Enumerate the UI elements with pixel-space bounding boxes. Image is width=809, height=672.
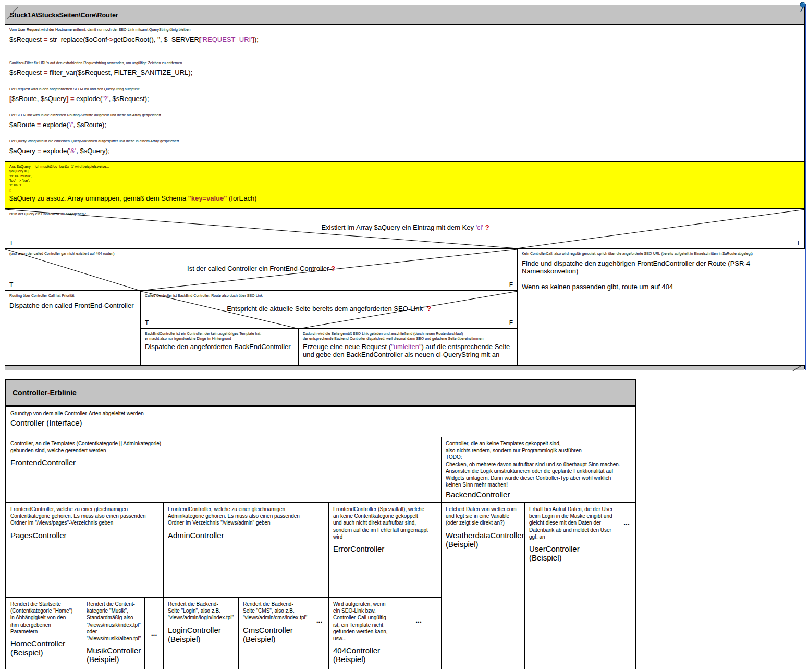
erblinie-diagram[interactable]: Controller-Erblinie Grundtyp von dem all… (5, 379, 636, 669)
cell-comment: Rendert die Backend- Seite "CMS", also z… (243, 601, 305, 621)
router-structogram[interactable]: Stuck1A\StucksSeiten\Core\Router Vom Use… (5, 5, 805, 369)
cell-comment: Erhält bei Aufruf Daten, die der User be… (529, 506, 614, 540)
step-comment: Der Request wird in den angeforderten SE… (9, 86, 800, 91)
cell-cms-controller[interactable]: Rendert die Backend- Seite "CMS", also z… (238, 597, 310, 669)
cell-user-controller[interactable]: Erhält bei Aufruf Daten, die der User be… (524, 502, 618, 669)
router-title-bar[interactable]: Stuck1A\StucksSeiten\Core\Router (5, 5, 804, 25)
step-code: $aQuery = explode('&', $sQuery); (9, 147, 800, 155)
cell-error-controller[interactable]: FrontendController (Spezialfall), welche… (328, 502, 442, 598)
condition-text: Entspricht die aktuelle Seite bereits de… (141, 305, 517, 313)
cell-comment: FrontendController, welche zu einer glei… (168, 506, 324, 527)
step-sanitize[interactable]: Sanitizer-Filter für URL's auf den extra… (5, 58, 804, 84)
cell-name: ErrorController (333, 544, 437, 553)
cell-name: PagesController (10, 531, 159, 540)
erblinie-title-bar[interactable]: Controller-Erblinie (6, 380, 635, 406)
cell-comment: Rendert die Startseite (Contentkategorie… (10, 601, 78, 635)
cell-comment: Controller, an die Templates (Contentkat… (10, 440, 437, 454)
cell-comment: Fetched Daten von wetter.com und legt si… (446, 506, 520, 527)
branch-area: (und wenn der called Controller gar nich… (5, 248, 805, 365)
cell-comment: Kein ControllerCall, also wird regulär g… (522, 251, 801, 256)
cell-name: MusikController (Beispiel) (87, 646, 140, 664)
step-code: $sRequest = str_replace($oConf->getDocRo… (9, 35, 800, 43)
cell-redirect-new-request[interactable]: Dadurch wird die Seite gemäß SEO-Link ge… (298, 329, 517, 365)
cell-comment: Wird aufgerufen, wenn ein SEO-Link bzw. … (333, 601, 391, 642)
step-code: [$sRoute, $sQuery] = explode('?', $sRequ… (9, 95, 800, 103)
corner-fold-mark (792, 366, 802, 371)
router-footer-bar (5, 365, 804, 370)
cell-name: FrontendController (10, 458, 437, 467)
false-branch-label: F (798, 240, 801, 247)
condition-comment: (und wenn der called Controller gar nich… (9, 251, 115, 256)
step-code: $sRequest = filter_var($sRequest, FILTER… (9, 69, 800, 77)
cell-home-controller[interactable]: Rendert die Startseite (Contentkategorie… (6, 597, 82, 669)
step-split-request[interactable]: Der Request wird in den angeforderten SE… (5, 84, 804, 110)
condition-comment: Called Controller ist BackEnd-Controller… (145, 293, 263, 298)
step-comment: Aus $aQuery = 'cl=musik&foo=bar&x=1' wir… (9, 164, 800, 193)
cell-name: WeatherdataController (Beispiel) (446, 531, 520, 549)
cell-frontend-controller[interactable]: Controller, an die Templates (Contentkat… (6, 437, 442, 503)
false-branch-label: F (509, 281, 513, 289)
condition-comment: Ist in der Query ein Controller-Call ang… (9, 211, 86, 216)
ellipsis-label: ... (314, 616, 324, 625)
step-extract-request[interactable]: Vom User-Request wird der Hostname entfe… (5, 25, 804, 58)
cell-comment: Rendert die Content- kategorie "Musik", … (87, 601, 140, 642)
condition-text: Existiert im Array $aQuery ein Eintrag m… (5, 223, 805, 231)
cell-comment: Controller, die an keine Templates gekop… (446, 440, 631, 488)
cell-comment: BackEndController ist ein Controller, de… (145, 331, 294, 341)
condition-controller-call[interactable]: Ist in der Query ein Controller-Call ang… (5, 209, 805, 248)
diagram-title: Stuck1A\StucksSeiten\Core\Router (10, 11, 118, 19)
cell-backend-ellipsis[interactable]: ... (618, 502, 635, 669)
false-branch-label: F (509, 319, 513, 327)
cell-weatherdata-controller[interactable]: Fetched Daten von wetter.com und legt si… (441, 502, 525, 669)
cell-login-controller[interactable]: Rendert die Backend- Seite "Login", also… (163, 597, 239, 669)
cell-admin-ellipsis[interactable]: ... (310, 597, 329, 669)
condition-frontend-controller[interactable]: (und wenn der called Controller gar nich… (5, 249, 517, 291)
cell-comment: Dadurch wird die Seite gemäß SEO-Link ge… (303, 331, 513, 341)
cell-name: AdminController (168, 531, 324, 540)
cell-name: BackendController (446, 490, 631, 499)
step-split-query[interactable]: Der QueryString wird in die einzelnen Qu… (5, 136, 804, 161)
step-comment: Sanitizer-Filter für URL's auf den extra… (9, 60, 800, 65)
cell-regular-routing[interactable]: Kein ControllerCall, also wird regulär g… (517, 249, 805, 365)
step-map-query-highlighted[interactable]: Aus $aQuery = 'cl=musik&foo=bar&x=1' wir… (5, 161, 804, 209)
cell-comment: Rendert die Backend- Seite "Login", also… (168, 601, 234, 621)
step-code: $aRoute = explode('/', $sRoute); (9, 121, 800, 129)
cell-name: Controller (Interface) (10, 418, 631, 427)
step-code: $aQuery zu assoz. Array ummappen, gemäß … (9, 194, 800, 202)
cell-text: Dispatche den called FrontEnd-Controller (9, 302, 136, 309)
ellipsis-label: ... (149, 629, 159, 638)
condition-text: Ist der called Controller ein FrontEnd-C… (5, 265, 517, 272)
cell-pages-controller[interactable]: FrontendController, welche zu einer glei… (6, 502, 164, 598)
condition-seo-link-match[interactable]: Called Controller ist BackEnd-Controller… (140, 291, 517, 329)
true-branch-label: T (9, 240, 13, 247)
cell-text: Finde und dispatche den zugehörigen Fron… (522, 259, 801, 291)
cell-dispatch-called-frontend[interactable]: Routing über Controller-Call hat Priorit… (5, 291, 140, 365)
step-comment: Vom User-Request wird der Hostname entfe… (9, 27, 800, 32)
cell-name: UserController (Beispiel) (529, 544, 614, 562)
cell-backend-controller[interactable]: Controller, die an keine Templates gekop… (441, 437, 635, 503)
cell-pages-ellipsis[interactable]: ... (144, 597, 164, 669)
step-comment: Der QueryString wird in die einzelnen Qu… (9, 139, 800, 143)
true-branch-label: T (9, 281, 13, 289)
erblinie-title: Controller-Erblinie (13, 389, 77, 397)
cell-name: CmsController (Beispiel) (243, 626, 305, 643)
cell-comment: Grundtyp von dem alle Controller-Arten a… (10, 410, 631, 417)
cell-name: 404Controller (Beispiel) (333, 646, 391, 664)
cell-404-controller[interactable]: Wird aufgerufen, wenn ein SEO-Link bzw. … (328, 597, 396, 669)
cell-error-ellipsis[interactable]: ... (396, 597, 442, 669)
cell-text: Dispatche den angeforderten BackEndContr… (145, 343, 294, 351)
ellipsis-label: ... (400, 616, 437, 625)
cell-dispatch-backend-controller[interactable]: BackEndController ist ein Controller, de… (140, 329, 298, 365)
cell-comment: FrontendController, welche zu einer glei… (10, 506, 159, 527)
cell-admin-controller[interactable]: FrontendController, welche zu einer glei… (163, 502, 329, 598)
cell-controller-interface[interactable]: Grundtyp von dem alle Controller-Arten a… (6, 406, 635, 437)
cell-comment: FrontendController (Spezialfall), welche… (333, 506, 437, 540)
cell-musik-controller[interactable]: Rendert die Content- kategorie "Musik", … (82, 597, 145, 669)
true-branch-label: T (145, 319, 149, 327)
step-comment: Der SEO-Link wird in die einzelnen Routi… (9, 113, 800, 117)
step-split-route[interactable]: Der SEO-Link wird in die einzelnen Routi… (5, 110, 804, 136)
cell-name: LoginController (Beispiel) (168, 626, 234, 643)
pushpin-icon (798, 1, 807, 14)
cell-comment: Routing über Controller-Call hat Priorit… (9, 293, 136, 298)
cell-name: HomeController (Beispiel) (10, 639, 78, 657)
